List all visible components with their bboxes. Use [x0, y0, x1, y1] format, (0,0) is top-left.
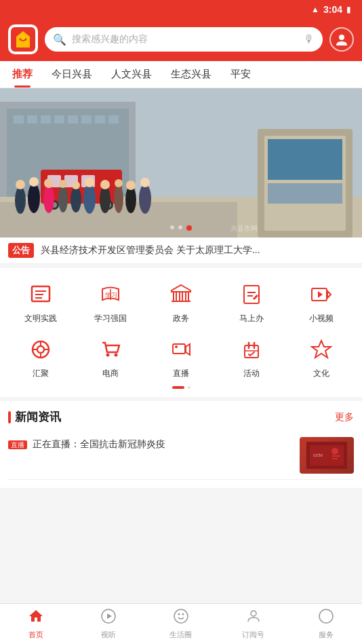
nav-home-label: 首页 [28, 630, 43, 640]
mic-icon[interactable]: 🎙 [304, 33, 315, 45]
app-logo [8, 24, 38, 54]
dot-2 [178, 225, 182, 229]
wifi-icon: ▲ [311, 5, 319, 14]
quick-item-culture[interactable]: 文化 [300, 334, 343, 379]
svg-point-32 [72, 181, 80, 189]
svg-point-34 [85, 178, 94, 187]
tab-recommend[interactable]: 推荐 [3, 61, 42, 88]
government-icon [165, 279, 197, 310]
bottom-nav: 首页 视听 生活圈 订阅号 [0, 603, 362, 644]
tab-safety[interactable]: 平安 [221, 61, 260, 88]
gather-icon [25, 334, 56, 365]
quick-item-ecommerce[interactable]: 电商 [89, 334, 132, 379]
svg-rect-45 [268, 139, 342, 180]
svg-marker-62 [327, 291, 331, 298]
study-icon: 学习 [95, 279, 126, 310]
hero-banner[interactable]: 兴县市网 [0, 88, 362, 238]
svg-point-31 [71, 187, 81, 212]
svg-point-40 [126, 181, 136, 190]
svg-marker-87 [107, 613, 112, 619]
nav-service[interactable]: 服务 [289, 605, 362, 643]
svg-point-27 [43, 185, 54, 213]
shortvideo-label: 小视频 [309, 313, 334, 324]
notice-bar[interactable]: 公告 兴县经济技术开发区管理委员会 关于太原理工大学... [0, 238, 362, 264]
media-icon [100, 608, 117, 628]
svg-point-0 [21, 36, 25, 40]
svg-point-23 [15, 187, 26, 214]
culture-icon [306, 334, 337, 365]
svg-rect-11 [95, 115, 105, 124]
svg-rect-5 [14, 115, 24, 124]
quick-item-government[interactable]: 政务 [159, 279, 203, 324]
svg-rect-12 [108, 115, 119, 124]
culture-label: 文化 [313, 368, 329, 379]
svg-marker-63 [318, 291, 323, 298]
notice-text: 兴县经济技术开发区管理委员会 关于太原理工大学... [41, 244, 260, 257]
tab-ecology[interactable]: 生态兴县 [161, 61, 221, 88]
svg-point-26 [29, 177, 39, 187]
quick-item-shortvideo[interactable]: 小视频 [300, 279, 343, 324]
svg-point-91 [251, 611, 256, 616]
svg-point-33 [83, 184, 96, 214]
doitnow-icon [236, 279, 267, 310]
user-profile-button[interactable] [329, 27, 354, 52]
svg-rect-56 [186, 292, 188, 301]
svg-rect-84 [332, 455, 340, 457]
dot-1 [170, 225, 174, 229]
svg-rect-7 [41, 115, 51, 124]
svg-text:学习: 学习 [105, 292, 117, 299]
svg-rect-75 [245, 345, 258, 358]
section-header: 新闻资讯 更多 [8, 409, 354, 425]
nav-subscription[interactable]: 订阅号 [217, 605, 289, 643]
quick-icons: 文明实践 学习 学习强国 政务 [0, 268, 362, 397]
tab-today[interactable]: 今日兴县 [42, 61, 102, 88]
nav-social[interactable]: 生活圈 [145, 605, 218, 643]
live-label: 直播 [173, 368, 189, 379]
activity-icon [236, 334, 267, 365]
subscription-icon [245, 608, 262, 628]
svg-rect-6 [27, 115, 37, 124]
svg-rect-10 [81, 115, 92, 124]
svg-point-38 [115, 179, 123, 187]
svg-rect-72 [173, 344, 185, 354]
quick-item-gather[interactable]: 汇聚 [19, 334, 62, 379]
government-label: 政务 [173, 313, 189, 324]
svg-rect-55 [180, 292, 182, 301]
search-icon: 🔍 [53, 33, 66, 46]
svg-rect-58 [244, 286, 259, 303]
quick-item-doitnow[interactable]: 马上办 [230, 279, 273, 324]
svg-point-30 [59, 180, 67, 188]
doitnow-label: 马上办 [239, 313, 264, 324]
quick-item-civilization[interactable]: 文明实践 [19, 279, 62, 324]
svg-text:cctv: cctv [313, 452, 323, 458]
quick-row-1: 文明实践 学习 学习强国 政务 [0, 276, 362, 331]
quick-item-live[interactable]: 直播 [159, 334, 203, 379]
svg-rect-46 [268, 183, 342, 204]
ecommerce-icon [95, 334, 126, 365]
news-title: 正在直播：全国抗击新冠肺炎疫 [33, 438, 165, 449]
news-item[interactable]: 直播 正在直播：全国抗击新冠肺炎疫 cctv [8, 432, 354, 480]
svg-point-74 [175, 345, 178, 348]
tab-culture[interactable]: 人文兴县 [102, 61, 161, 88]
svg-point-65 [37, 346, 44, 353]
nav-media[interactable]: 视听 [73, 605, 145, 643]
quick-item-study[interactable]: 学习 学习强国 [89, 279, 132, 324]
svg-point-35 [100, 186, 110, 213]
gather-label: 汇聚 [33, 368, 49, 379]
shortvideo-icon [306, 279, 337, 310]
svg-point-42 [140, 178, 150, 187]
svg-rect-85 [332, 458, 338, 459]
nav-home[interactable]: 首页 [0, 605, 73, 643]
search-bar[interactable]: 🔍 搜索感兴趣的内容 🎙 [45, 27, 323, 52]
dot-3 [186, 225, 192, 231]
quick-row-2: 汇聚 电商 直播 [0, 331, 362, 386]
news-item-text: 直播 正在直播：全国抗击新冠肺炎疫 [8, 437, 293, 451]
page-indicator [0, 386, 362, 394]
svg-marker-73 [186, 344, 190, 355]
section-title: 新闻资讯 [8, 409, 61, 425]
battery-icon: ▮ [346, 5, 351, 14]
quick-item-activity[interactable]: 活动 [230, 334, 273, 379]
live-badge: 直播 [8, 440, 27, 449]
more-link[interactable]: 更多 [335, 411, 354, 423]
svg-point-71 [115, 354, 118, 357]
